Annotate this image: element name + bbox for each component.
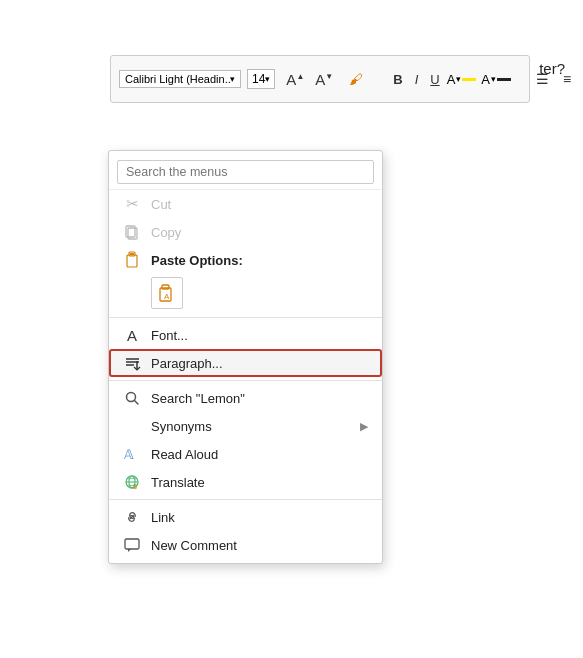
font-grow-shrink-group: A▲ A▼ xyxy=(281,69,338,90)
menu-item-translate[interactable]: $ Translate xyxy=(109,468,382,496)
clear-formatting-button[interactable]: 🖌 xyxy=(344,69,368,89)
paste-icon xyxy=(123,251,141,269)
numbering-button[interactable]: ≡ xyxy=(558,69,576,89)
svg-text:$: $ xyxy=(133,483,137,490)
underline-button[interactable]: U xyxy=(425,70,444,89)
menu-item-font[interactable]: A Font... xyxy=(109,321,382,349)
menu-item-link-label: Link xyxy=(151,510,368,525)
menu-item-paste-options[interactable]: Paste Options: xyxy=(109,246,382,274)
highlight-label: A xyxy=(447,72,456,87)
text-format-group: B I U A ▾ A ▾ xyxy=(388,70,511,89)
menu-separator-1 xyxy=(109,317,382,318)
bold-button[interactable]: B xyxy=(388,70,407,89)
read-aloud-icon: 𝔸 xyxy=(123,445,141,463)
context-menu: ✂ Cut Copy Paste Options: A xyxy=(108,150,383,564)
font-color-label: A xyxy=(481,72,490,87)
font-size-arrow-icon: ▾ xyxy=(265,74,270,84)
font-color-dropdown-icon: ▾ xyxy=(491,74,496,84)
menu-item-copy[interactable]: Copy xyxy=(109,218,382,246)
menu-item-synonyms[interactable]: Synonyms ▶ xyxy=(109,412,382,440)
svg-rect-2 xyxy=(127,255,137,267)
menu-item-paragraph[interactable]: Paragraph... xyxy=(109,349,382,377)
font-name-dropdown[interactable]: Calibri Light (Headin... ▾ xyxy=(119,70,241,88)
translate-icon: $ xyxy=(123,473,141,491)
menu-item-paragraph-label: Paragraph... xyxy=(151,356,368,371)
highlight-dropdown-icon: ▾ xyxy=(456,74,461,84)
font-name-label: Calibri Light (Headin... xyxy=(125,73,230,85)
highlight-color-button[interactable]: A ▾ xyxy=(447,72,477,87)
highlight-color-bar xyxy=(462,78,476,81)
menu-item-cut-label: Cut xyxy=(151,197,368,212)
new-comment-menu-icon xyxy=(123,536,141,554)
search-box-container xyxy=(109,155,382,190)
menu-item-new-comment[interactable]: New Comment xyxy=(109,531,382,559)
font-shrink-button[interactable]: A▼ xyxy=(310,69,338,90)
menu-item-read-aloud-label: Read Aloud xyxy=(151,447,368,462)
font-color-button[interactable]: A ▾ xyxy=(481,72,511,87)
svg-rect-6 xyxy=(162,285,169,289)
svg-rect-20 xyxy=(125,539,139,549)
menu-item-copy-label: Copy xyxy=(151,225,368,240)
copy-icon xyxy=(123,223,141,241)
search-input[interactable] xyxy=(117,160,374,184)
menu-item-paste-options-label: Paste Options: xyxy=(151,253,368,268)
menu-separator-3 xyxy=(109,499,382,500)
svg-rect-4 xyxy=(130,253,134,255)
font-size-dropdown[interactable]: 14 ▾ xyxy=(247,69,275,89)
ribbon-toolbar: Calibri Light (Headin... ▾ 14 ▾ A▲ A▼ 🖌 … xyxy=(110,55,530,103)
menu-item-synonyms-label: Synonyms xyxy=(151,419,350,434)
menu-item-translate-label: Translate xyxy=(151,475,368,490)
italic-button[interactable]: I xyxy=(410,70,424,89)
paste-icons-row: A xyxy=(109,274,382,314)
search-icon xyxy=(123,389,141,407)
svg-text:A: A xyxy=(164,292,170,301)
synonyms-icon xyxy=(123,417,141,435)
menu-item-search-label: Search "Lemon" xyxy=(151,391,368,406)
svg-text:𝔸: 𝔸 xyxy=(124,447,134,462)
menu-item-link[interactable]: Link xyxy=(109,503,382,531)
font-color-bar xyxy=(497,78,511,81)
menu-item-read-aloud[interactable]: 𝔸 Read Aloud xyxy=(109,440,382,468)
bullets-button[interactable]: ☰ xyxy=(531,69,554,89)
menu-item-font-label: Font... xyxy=(151,328,368,343)
menu-item-new-comment-label: New Comment xyxy=(151,538,368,553)
paste-keep-source-button[interactable]: A xyxy=(151,277,183,309)
font-grow-button[interactable]: A▲ xyxy=(281,69,309,90)
menu-item-search[interactable]: Search "Lemon" xyxy=(109,384,382,412)
font-size-label: 14 xyxy=(252,72,265,86)
link-icon xyxy=(123,508,141,526)
menu-item-cut[interactable]: ✂ Cut xyxy=(109,190,382,218)
font-name-arrow-icon: ▾ xyxy=(230,74,235,84)
paragraph-icon xyxy=(123,354,141,372)
synonyms-arrow-icon: ▶ xyxy=(360,420,368,433)
cut-icon: ✂ xyxy=(123,195,141,213)
svg-line-13 xyxy=(135,401,139,405)
menu-separator-2 xyxy=(109,380,382,381)
font-icon: A xyxy=(123,326,141,344)
